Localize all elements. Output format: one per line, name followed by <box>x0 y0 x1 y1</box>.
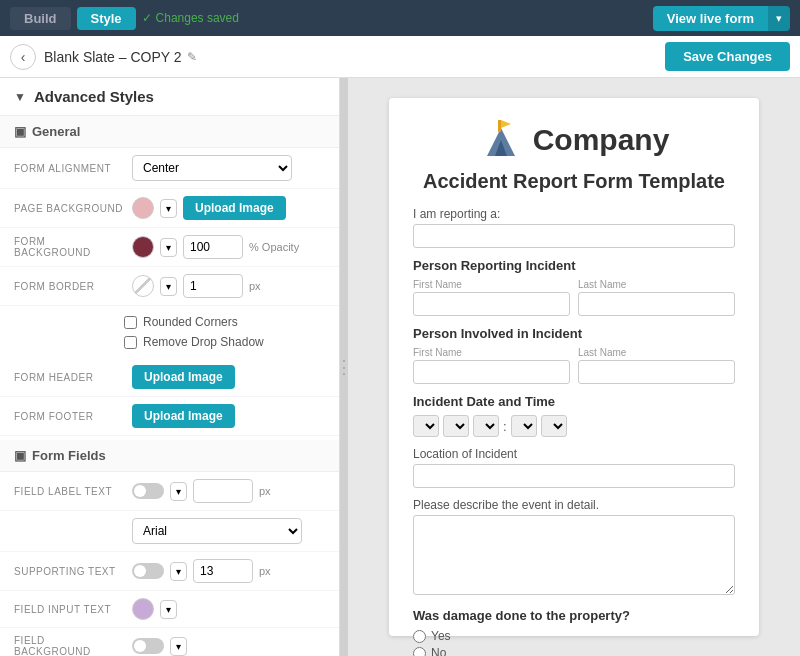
build-tab[interactable]: Build <box>10 7 71 30</box>
field-bg-dropdown[interactable]: ▾ <box>170 637 187 656</box>
datetime-year-select[interactable] <box>473 415 499 437</box>
field-bg-toggle[interactable] <box>132 638 164 654</box>
form-header-upload-button[interactable]: Upload Image <box>132 365 235 389</box>
back-button[interactable]: ‹ <box>10 44 36 70</box>
font-select[interactable]: Arial Times New Roman Helvetica <box>132 518 302 544</box>
form-footer-upload-button[interactable]: Upload Image <box>132 404 235 428</box>
company-name: Company <box>533 123 670 157</box>
supporting-text-dropdown[interactable]: ▾ <box>170 562 187 581</box>
font-controls: Arial Times New Roman Helvetica <box>132 518 325 544</box>
form-alignment-select[interactable]: Center Left Right <box>132 155 292 181</box>
page-background-dropdown[interactable]: ▾ <box>160 199 177 218</box>
form-title-text: Blank Slate – COPY 2 <box>44 49 181 65</box>
field-input-text-row: FIELD INPUT TEXT ▾ <box>0 591 339 628</box>
no-label[interactable]: No <box>431 646 446 656</box>
left-panel: ▼ Advanced Styles ▣ General FORM ALIGNME… <box>0 78 340 656</box>
field-label-px: px <box>259 485 271 497</box>
field-input-text-controls: ▾ <box>132 598 325 620</box>
form-border-swatch[interactable] <box>132 275 154 297</box>
form-footer-controls: Upload Image <box>132 404 325 428</box>
form-background-swatch[interactable] <box>132 236 154 258</box>
yes-radio-row: Yes <box>413 629 735 643</box>
yes-label[interactable]: Yes <box>431 629 451 643</box>
time-colon: : <box>503 419 507 434</box>
form-preview-title: Accident Report Form Template <box>413 170 735 193</box>
field-input-text-dropdown[interactable]: ▾ <box>160 600 177 619</box>
general-subheader[interactable]: ▣ General <box>0 116 339 148</box>
field-background-row: FIELD BACKGROUND ▾ <box>0 628 339 656</box>
form-background-dropdown[interactable]: ▾ <box>160 238 177 257</box>
datetime-month-select[interactable] <box>413 415 439 437</box>
person-involved-first-col: First Name <box>413 347 570 384</box>
remove-shadow-label[interactable]: Remove Drop Shadow <box>143 335 264 349</box>
field-input-text-swatch[interactable] <box>132 598 154 620</box>
page-background-swatch[interactable] <box>132 197 154 219</box>
field-label-size-input[interactable] <box>193 479 253 503</box>
second-bar-left: ‹ Blank Slate – COPY 2 ✎ <box>10 44 197 70</box>
svg-marker-3 <box>501 120 511 128</box>
field-background-controls: ▾ <box>132 637 325 656</box>
person-involved-last-input[interactable] <box>578 360 735 384</box>
second-bar: ‹ Blank Slate – COPY 2 ✎ Save Changes <box>0 36 800 78</box>
damage-done-label: Was damage done to the property? <box>413 608 735 623</box>
form-footer-label: FORM FOOTER <box>14 411 124 422</box>
supporting-text-toggle[interactable] <box>132 563 164 579</box>
form-background-opacity-input[interactable] <box>183 235 243 259</box>
person-reporting-last-label: Last Name <box>578 279 735 290</box>
field-label-text-label: FIELD LABEL TEXT <box>14 486 124 497</box>
form-alignment-controls: Center Left Right <box>132 155 325 181</box>
edit-title-icon[interactable]: ✎ <box>187 50 197 64</box>
form-fields-icon: ▣ <box>14 448 26 463</box>
checkboxes-group: Rounded Corners Remove Drop Shadow <box>0 306 339 358</box>
advanced-styles-header[interactable]: ▼ Advanced Styles <box>0 78 339 116</box>
datetime-day-select[interactable] <box>443 415 469 437</box>
yes-radio[interactable] <box>413 630 426 643</box>
collapse-icon: ▼ <box>14 90 26 104</box>
view-live-dropdown-button[interactable]: ▾ <box>768 6 790 31</box>
main-layout: ▼ Advanced Styles ▣ General FORM ALIGNME… <box>0 78 800 656</box>
save-changes-button[interactable]: Save Changes <box>665 42 790 71</box>
view-live-button[interactable]: View live form <box>653 6 768 31</box>
i-am-reporting-input[interactable] <box>413 224 735 248</box>
form-header-label: FORM HEADER <box>14 372 124 383</box>
field-bg-toggle-group: ▾ <box>132 637 187 656</box>
form-border-controls: ▾ px <box>132 274 325 298</box>
page-background-label: PAGE BACKGROUND <box>14 203 124 214</box>
no-radio[interactable] <box>413 647 426 657</box>
form-alignment-label: FORM ALIGNMENT <box>14 163 124 174</box>
location-input[interactable] <box>413 464 735 488</box>
rounded-corners-label[interactable]: Rounded Corners <box>143 315 238 329</box>
supporting-text-size-input[interactable] <box>193 559 253 583</box>
form-border-dropdown[interactable]: ▾ <box>160 277 177 296</box>
remove-shadow-row: Remove Drop Shadow <box>124 332 325 352</box>
page-background-upload-button[interactable]: Upload Image <box>183 196 286 220</box>
right-panel: Company Accident Report Form Template I … <box>348 78 800 656</box>
person-involved-first-input[interactable] <box>413 360 570 384</box>
form-alignment-row: FORM ALIGNMENT Center Left Right <box>0 148 339 189</box>
field-label-dropdown[interactable]: ▾ <box>170 482 187 501</box>
field-label-toggle[interactable] <box>132 483 164 499</box>
person-reporting-first-input[interactable] <box>413 292 570 316</box>
form-border-width-input[interactable] <box>183 274 243 298</box>
company-logo-icon <box>479 118 523 162</box>
field-input-text-label: FIELD INPUT TEXT <box>14 604 124 615</box>
datetime-ampm-select[interactable] <box>541 415 567 437</box>
person-reporting-last-input[interactable] <box>578 292 735 316</box>
describe-event-label: Please describe the event in detail. <box>413 498 735 512</box>
incident-datetime-label: Incident Date and Time <box>413 394 735 409</box>
form-border-label: FORM BORDER <box>14 281 124 292</box>
style-tab[interactable]: Style <box>77 7 136 30</box>
svg-rect-2 <box>498 120 501 132</box>
person-involved-last-col: Last Name <box>578 347 735 384</box>
person-reporting-first-col: First Name <box>413 279 570 316</box>
datetime-hour-select[interactable] <box>511 415 537 437</box>
panel-divider[interactable] <box>340 78 348 656</box>
field-label-text-controls: ▾ px <box>132 479 325 503</box>
rounded-corners-checkbox[interactable] <box>124 316 137 329</box>
remove-shadow-checkbox[interactable] <box>124 336 137 349</box>
describe-event-textarea[interactable] <box>413 515 735 595</box>
person-reporting-name-row: First Name Last Name <box>413 279 735 316</box>
form-fields-subheader[interactable]: ▣ Form Fields <box>0 440 339 472</box>
field-label-text-row: FIELD LABEL TEXT ▾ px <box>0 472 339 511</box>
datetime-row: : <box>413 415 735 437</box>
